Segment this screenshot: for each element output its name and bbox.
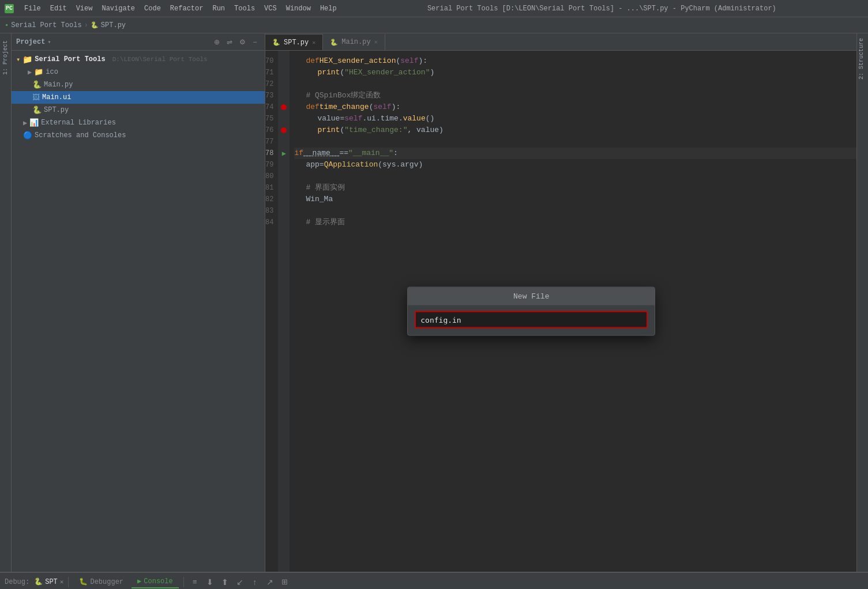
breadcrumb-sep: › xyxy=(84,21,88,29)
dialog-body xyxy=(408,305,655,335)
editor-area: 🐍 SPT.py ✕ 🐍 Main.py ✕ 70 71 72 73 74 75… xyxy=(265,33,856,572)
new-file-dialog: New File xyxy=(407,287,655,336)
debug-btn-step-into[interactable]: ↙ xyxy=(234,576,246,588)
ext-libs-label: External Libraries xyxy=(41,119,116,127)
scratches-icon: 🔵 xyxy=(23,131,32,140)
code-editor[interactable]: 70 71 72 73 74 75 76 77 78 79 80 81 82 8… xyxy=(265,51,856,572)
panel-title-label: Project xyxy=(16,38,45,46)
menu-navigate[interactable]: Navigate xyxy=(98,3,138,14)
ico-expand-icon: ▶ xyxy=(28,68,32,77)
tree-scratches[interactable]: 🔵 Scratches and Consoles xyxy=(12,129,265,142)
debug-session-label[interactable]: SPT xyxy=(45,578,58,586)
console-label: Console xyxy=(144,577,172,586)
panel-collapse-btn[interactable]: ⇌ xyxy=(224,37,235,47)
menu-bar: File Edit View Navigate Code Refactor Ru… xyxy=(21,3,340,14)
panel-minimize-btn[interactable]: − xyxy=(250,37,260,47)
tab-sptpy-close[interactable]: ✕ xyxy=(312,39,315,46)
tree-sptpy[interactable]: 🐍 SPT.py xyxy=(12,104,265,116)
root-folder-icon: 📁 xyxy=(22,55,32,65)
tree-ico-folder[interactable]: ▶ 📁 ico xyxy=(12,66,265,78)
debug-btn-step-out[interactable]: ↑ xyxy=(249,576,261,588)
ext-libs-expand: ▶ xyxy=(23,119,27,127)
tab-sptpy-label: SPT.py xyxy=(284,39,309,47)
menu-vcs[interactable]: VCS xyxy=(261,3,280,14)
mainui-icon: 🖼 xyxy=(32,93,40,102)
debug-btn-step-over[interactable]: ⬆ xyxy=(219,576,231,588)
ico-label: ico xyxy=(46,68,58,76)
title-bar: PC File Edit View Navigate Code Refactor… xyxy=(0,0,868,17)
window-title: Serial Port Tools [D:\LEON\Serial Port T… xyxy=(340,5,863,13)
file-icon: 🐍 xyxy=(91,21,99,29)
project-sidebar-tab[interactable]: 1: Project xyxy=(1,36,10,80)
tab-mainpy-label: Main.py xyxy=(341,38,370,46)
debug-toolbar: Debug: 🐍 SPT ✕ 🐛 Debugger ▶ Console ≡ ⬇ … xyxy=(0,573,868,589)
menu-tools[interactable]: Tools xyxy=(231,3,258,14)
project-panel: Project ▾ ⊕ ⇌ ⚙ − ▾ 📁 Serial Port Tools … xyxy=(12,33,265,572)
debug-btn-menu[interactable]: ≡ xyxy=(189,576,201,588)
file-tree: ▾ 📁 Serial Port Tools D:\LEON\Serial Por… xyxy=(12,51,265,572)
new-file-input[interactable] xyxy=(415,311,648,329)
breadcrumb-bar: ▪ Serial Port Tools › 🐍 SPT.py xyxy=(0,17,868,33)
mainui-label: Main.ui xyxy=(42,93,71,101)
tree-mainui[interactable]: 🖼 Main.ui xyxy=(12,91,265,104)
structure-tab[interactable]: 2: Structure xyxy=(857,33,866,84)
tab-mainpy-close[interactable]: ✕ xyxy=(374,39,378,46)
right-sidebar-strip: 2: Structure xyxy=(856,33,868,572)
tree-mainpy[interactable]: 🐍 Main.py xyxy=(12,78,265,91)
menu-window[interactable]: Window xyxy=(283,3,314,14)
sptpy-label: SPT.py xyxy=(44,106,69,114)
debug-btn-resume[interactable]: ⬇ xyxy=(204,576,216,588)
app-icon: PC xyxy=(5,4,14,13)
console-icon: ▶ xyxy=(137,577,141,586)
debug-btn-evaluate[interactable]: ⊞ xyxy=(279,576,291,588)
menu-refactor[interactable]: Refactor xyxy=(167,3,207,14)
left-sidebar-strip: 1: Project xyxy=(0,33,12,572)
panel-actions: ⊕ ⇌ ⚙ − xyxy=(212,37,260,47)
debugger-label: Debugger xyxy=(90,578,123,586)
scratches-label: Scratches and Consoles xyxy=(35,131,126,139)
debugger-icon: 🐛 xyxy=(79,577,88,586)
root-path: D:\LEON\Serial Port Tools xyxy=(112,56,208,63)
mainpy-label: Main.py xyxy=(44,81,73,89)
debug-sep xyxy=(68,577,69,587)
breadcrumb: ▪ Serial Port Tools › 🐍 SPT.py xyxy=(5,21,126,29)
panel-scope-btn[interactable]: ⊕ xyxy=(212,37,222,47)
debug-sep2 xyxy=(183,577,184,587)
tab-sptpy-icon: 🐍 xyxy=(272,39,280,46)
panel-settings-btn[interactable]: ⚙ xyxy=(237,37,247,47)
debug-label: Debug: xyxy=(5,578,29,586)
debug-tab-console[interactable]: ▶ Console xyxy=(131,575,179,588)
menu-code[interactable]: Code xyxy=(141,3,164,14)
debug-session-icon: 🐍 xyxy=(34,577,43,586)
debug-btn-run-cursor[interactable]: ↗ xyxy=(264,576,276,588)
root-expand-icon: ▾ xyxy=(16,55,20,64)
dialog-overlay: New File xyxy=(265,51,856,572)
debug-tab-debugger[interactable]: 🐛 Debugger xyxy=(73,576,129,588)
menu-help[interactable]: Help xyxy=(317,3,340,14)
menu-edit[interactable]: Edit xyxy=(47,3,70,14)
dialog-title: New File xyxy=(408,288,655,305)
ext-libs-icon: 📊 xyxy=(29,118,39,127)
tab-sptpy[interactable]: 🐍 SPT.py ✕ xyxy=(265,34,323,50)
menu-run[interactable]: Run xyxy=(209,3,228,14)
mainpy-icon: 🐍 xyxy=(32,80,42,89)
tab-bar: 🐍 SPT.py ✕ 🐍 Main.py ✕ xyxy=(265,33,856,51)
tree-ext-libs[interactable]: ▶ 📊 External Libraries xyxy=(12,116,265,129)
debug-session-close[interactable]: ✕ xyxy=(60,578,64,586)
title-bar-left: PC File Edit View Navigate Code Refactor… xyxy=(5,3,340,14)
menu-view[interactable]: View xyxy=(73,3,96,14)
breadcrumb-project[interactable]: Serial Port Tools xyxy=(11,21,81,29)
breadcrumb-file[interactable]: SPT.py xyxy=(101,21,126,29)
main-layout: 1: Project Project ▾ ⊕ ⇌ ⚙ − ▾ 📁 Serial … xyxy=(0,33,868,572)
menu-file[interactable]: File xyxy=(21,3,44,14)
ico-folder-icon: 📁 xyxy=(34,67,43,77)
sptpy-icon: 🐍 xyxy=(32,105,42,115)
tab-mainpy-icon: 🐍 xyxy=(330,39,338,46)
tree-root[interactable]: ▾ 📁 Serial Port Tools D:\LEON\Serial Por… xyxy=(12,53,265,66)
panel-dropdown-arrow[interactable]: ▾ xyxy=(47,39,51,46)
root-label: Serial Port Tools xyxy=(35,55,105,63)
panel-toolbar: Project ▾ ⊕ ⇌ ⚙ − xyxy=(12,33,265,51)
tab-mainpy[interactable]: 🐍 Main.py ✕ xyxy=(323,34,385,50)
panel-title: Project ▾ xyxy=(16,38,51,46)
debug-panel: Debug: 🐍 SPT ✕ 🐛 Debugger ▶ Console ≡ ⬇ … xyxy=(0,572,868,589)
